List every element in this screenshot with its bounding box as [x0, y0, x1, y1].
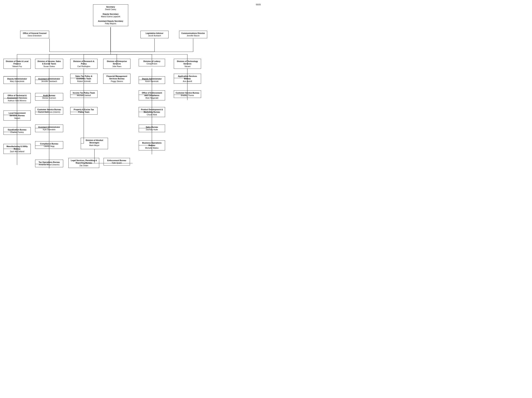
div-alcohol-box: Division of Alcohol Beverages Mark Meyer: [81, 138, 108, 149]
date-label: 03/25: [256, 4, 261, 6]
communications-director-box: Communications Director Jennifer Bacon: [179, 31, 207, 38]
asst-admin-ise2-box: Assistant Administrator Kyle Duerstein: [35, 124, 63, 132]
property-excise-box: Property & Excise Tax Policy Team: [70, 107, 97, 115]
deputy-admin-sl-box: Deputy Administrator Mary Gawryleski: [4, 76, 31, 84]
research-policy-box: Division of Research & Policy Cari Redin…: [70, 59, 97, 69]
income-sales-box: Division of Income, Sales & Excise Taxes…: [35, 59, 63, 69]
product-dev-box: Product Development & Marketing Bureau C…: [139, 107, 165, 117]
equalization-box: Equalization Bureau Charles Paskey: [4, 127, 31, 135]
secretary-box: Secretary David Casey Deputy Secretary M…: [93, 4, 128, 26]
lottery-box: Division of Lottery Cindy Polzin: [139, 59, 165, 66]
income-tax-policy-box: Income Tax Policy Team Michael Oakleaf: [70, 90, 97, 98]
financial-mgmt-box: Financial Management Services Bureau Peg…: [103, 74, 130, 84]
legislative-advisor-box: Legislative Advisor Jacob Burbach: [140, 31, 169, 38]
enterprise-services-box: Division of Enterprise Services Julie Ra…: [103, 59, 130, 69]
tech-services-box: Division of Technology Services Vacant: [174, 59, 201, 69]
compliance-bureau-box: Compliance Bureau Laura Clegg: [35, 141, 63, 149]
state-local-finance-box: Division of State & Local Finance Valeah…: [4, 59, 31, 69]
tech-assessment-box: Office of Technical & Assessment Service…: [4, 93, 31, 103]
enforcement-compliance-box: Office of Enforcement and Compliance Ric…: [139, 90, 165, 100]
legal-services-box: Legal Services, Permitting & Reporting B…: [69, 158, 99, 168]
audit-bureau-box: Audit Bureau Denise Everson: [35, 93, 63, 100]
general-counsel-box: Office of General Counsel Dana Erlandsen: [20, 31, 49, 38]
local-govt-box: Local Government Services Bureau Vacant: [4, 111, 31, 121]
deputy-admin-lottery-box: Deputy Administrator Kevin Kaminski: [139, 76, 165, 84]
customer-service-lottery-box: Customer Service Bureau Bradley Thome: [174, 90, 201, 98]
business-ops-box: Business Operations Bureau Michelle Matt…: [139, 140, 165, 150]
enforcement-bureau-box: Enforcement Bureau Tyler Quam: [104, 158, 130, 166]
tax-operations-box: Tax Operations Bureau Amanda Mosel (Inte…: [35, 160, 63, 167]
sales-bureau-box: Sales Bureau Zachary Hyde: [139, 124, 165, 132]
asst-admin-ise-box: Assistant Administrator Jennifer Dambach: [35, 76, 63, 84]
manufacturing-box: Manufacturing & Utility Bureau Zach McCl…: [4, 144, 31, 154]
sales-tax-policy-box: Sales Tax Policy & Economic Team Robert …: [70, 74, 97, 84]
customer-service-ise-box: Customer Service Bureau Rachel Ballmoos …: [35, 107, 63, 115]
app-services-box: Application Services Bureau Ann Averill: [174, 74, 201, 84]
org-chart-page: 03/25 Secretary David Casey Deputy Secre…: [0, 0, 266, 199]
